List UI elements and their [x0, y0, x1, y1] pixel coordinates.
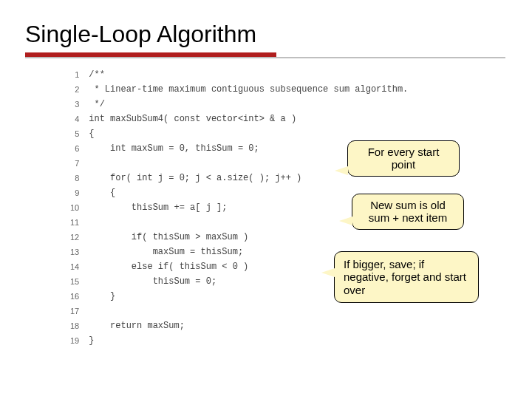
line-number: 6	[69, 141, 88, 156]
callout-text: If bigger, save; if negative, forget and…	[344, 258, 466, 296]
line-number: 5	[69, 126, 88, 141]
code-line: 1/**	[69, 67, 409, 82]
line-number: 2	[69, 82, 88, 97]
code-text: return maxSum;	[88, 318, 409, 333]
code-line: 4int maxSubSum4( const vector<int> & a )	[69, 112, 409, 126]
slide: Single-Loop Algorithm 1/**2 * Linear-tim…	[0, 0, 532, 399]
page-title: Single-Loop Algorithm	[25, 21, 507, 48]
line-number: 18	[69, 318, 88, 333]
line-number: 17	[69, 304, 88, 318]
callout-tail-icon	[339, 216, 352, 225]
line-number: 1	[69, 67, 88, 82]
code-line: 2 * Linear-time maximum contiguous subse…	[69, 82, 409, 97]
callout-text: For every start point	[368, 146, 440, 171]
line-number: 16	[69, 289, 88, 304]
code-line: 3 */	[69, 97, 409, 112]
callout-text: New sum is old sum + next item	[369, 199, 447, 224]
callout-start-point: For every start point	[347, 140, 460, 177]
code-text: /**	[88, 67, 409, 82]
gray-rule	[25, 57, 505, 58]
callout-tail-icon	[321, 268, 335, 277]
callout-new-sum: New sum is old sum + next item	[352, 194, 464, 230]
code-line: 18 return maxSum;	[69, 318, 409, 333]
code-listing: 1/**2 * Linear-time maximum contiguous s…	[69, 67, 365, 348]
callout-save-or-reset: If bigger, save; if negative, forget and…	[334, 251, 479, 303]
line-number: 14	[69, 259, 88, 274]
line-number: 3	[69, 97, 88, 112]
line-number: 12	[69, 230, 88, 245]
line-number: 19	[69, 333, 88, 348]
code-line: 17	[69, 304, 409, 318]
code-text: int maxSubSum4( const vector<int> & a )	[88, 112, 409, 126]
line-number: 10	[69, 200, 88, 215]
line-number: 4	[69, 112, 88, 126]
code-text: */	[88, 97, 409, 112]
line-number: 8	[69, 171, 88, 185]
code-line: 5{	[69, 126, 409, 141]
code-line: 12 if( thisSum > maxSum )	[69, 230, 409, 245]
line-number: 13	[69, 245, 88, 259]
code-text	[88, 304, 409, 318]
line-number: 15	[69, 274, 88, 289]
code-text: {	[88, 126, 409, 141]
callout-tail-icon	[335, 166, 348, 175]
code-line: 19}	[69, 333, 409, 348]
title-rule	[25, 52, 507, 58]
code-text: if( thisSum > maxSum )	[88, 230, 409, 245]
code-text: }	[88, 333, 409, 348]
line-number: 9	[69, 185, 88, 200]
line-number: 7	[69, 156, 88, 171]
line-number: 11	[69, 215, 88, 230]
code-text: * Linear-time maximum contiguous subsequ…	[88, 82, 409, 97]
